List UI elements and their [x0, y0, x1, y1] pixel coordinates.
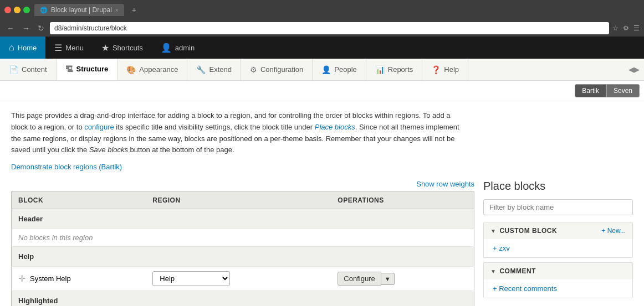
section-title-highlighted: Highlighted: [12, 291, 474, 306]
place-blocks-link[interactable]: Place blocks: [315, 123, 355, 131]
home-nav-item[interactable]: ⌂ Home: [0, 37, 45, 59]
custom-block-label: CUSTOM BLOCK: [499, 227, 557, 235]
custom-block-new-link[interactable]: + New...: [601, 227, 626, 235]
block-region-cell: Help: [146, 267, 331, 291]
home-label: Home: [18, 44, 37, 52]
column-region: REGION: [146, 192, 331, 209]
filter-input[interactable]: [483, 199, 633, 215]
custom-block-category: ▼ CUSTOM BLOCK + New... + zxv: [483, 222, 633, 258]
admin-label: admin: [175, 44, 195, 52]
extend-icon: 🔧: [196, 65, 206, 74]
block-name-cell: ✛ System Help: [12, 267, 146, 291]
tab-bartik[interactable]: Bartik: [575, 84, 606, 97]
admin-nav-item[interactable]: 👤 admin: [152, 37, 203, 59]
no-blocks-message: No blocks in this region: [12, 229, 474, 247]
minimize-dot[interactable]: [14, 7, 21, 13]
people-label: People: [334, 65, 356, 74]
reload-button[interactable]: ↻: [35, 23, 47, 34]
category-header-left-comment: ▼ COMMENT: [490, 267, 536, 275]
sidebar-item-help[interactable]: ❓ Help: [422, 59, 468, 80]
nav-arrows: ◀▶: [624, 59, 644, 80]
section-title-header: Header: [12, 209, 474, 229]
content-label: Content: [22, 65, 47, 74]
table-body: Header No blocks in this region Help ✛: [12, 209, 474, 306]
configuration-label: Configuration: [260, 65, 303, 74]
table-header-row: BLOCK REGION OPERATIONS: [12, 192, 474, 209]
address-input[interactable]: [50, 22, 609, 34]
configure-button-group: Configure ▼: [338, 272, 467, 286]
configure-link[interactable]: configure: [84, 123, 114, 131]
sidebar-item-content[interactable]: 📄 Content: [0, 59, 57, 80]
home-icon: ⌂: [9, 43, 14, 53]
section-title-help: Help: [12, 247, 474, 267]
column-block: BLOCK: [12, 192, 146, 209]
main-content: This page provides a drag-and-drop inter…: [0, 101, 644, 306]
sidebar-item-structure[interactable]: 🏗 Structure: [57, 59, 118, 80]
comment-category-header[interactable]: ▼ COMMENT: [484, 263, 632, 279]
block-name-label: System Help: [30, 274, 71, 283]
demo-link[interactable]: Demonstrate block regions (Bartik): [11, 163, 122, 171]
help-label: Help: [444, 65, 459, 74]
configure-button[interactable]: Configure: [338, 272, 381, 286]
sidebar-item-appearance[interactable]: 🎨 Appearance: [117, 59, 187, 80]
maximize-dot[interactable]: [23, 7, 30, 13]
region-select[interactable]: Help: [152, 271, 230, 286]
block-operations-cell: Configure ▼: [331, 267, 474, 291]
tab-close-icon[interactable]: ×: [115, 7, 119, 13]
browser-tab[interactable]: 🌐 Block layout | Drupal ×: [34, 4, 124, 16]
zxv-block-link[interactable]: + zxv: [493, 244, 510, 252]
configure-dropdown-button[interactable]: ▼: [381, 273, 395, 285]
comment-items: + Recent comments: [484, 279, 632, 298]
sidebar-item-configuration[interactable]: ⚙ Configuration: [241, 59, 313, 80]
shortcuts-nav-item[interactable]: ★ Shortcuts: [93, 37, 152, 59]
admin-toolbar: ⌂ Home ☰ Menu ★ Shortcuts 👤 admin: [0, 37, 644, 59]
help-icon: ❓: [431, 65, 441, 74]
table-area: Show row weights BLOCK REGION OPERATIONS…: [11, 180, 474, 306]
reports-icon: 📊: [375, 65, 385, 74]
table-row: No blocks in this region: [12, 229, 474, 247]
extensions-icon[interactable]: ⚙: [623, 24, 629, 32]
show-row-weights-container: Show row weights: [11, 180, 474, 188]
new-tab-button[interactable]: +: [129, 3, 140, 17]
theme-tabs-row: Bartik Seven: [0, 81, 644, 101]
table-row: Header: [12, 209, 474, 229]
list-item: + Recent comments: [484, 282, 632, 295]
recent-comments-link[interactable]: + Recent comments: [493, 284, 557, 293]
block-table: BLOCK REGION OPERATIONS Header No blocks…: [11, 191, 474, 306]
content-icon: 📄: [9, 65, 18, 74]
address-bar-row: ← → ↻ ☆ ⚙ ☰: [0, 20, 644, 37]
structure-label: Structure: [76, 65, 109, 73]
menu-icon[interactable]: ☰: [633, 24, 640, 32]
show-row-weights-link[interactable]: Show row weights: [416, 180, 474, 188]
tab-favicon: 🌐: [40, 7, 48, 14]
browser-toolbar-icons: ☆ ⚙ ☰: [612, 24, 640, 32]
bookmark-icon[interactable]: ☆: [612, 24, 619, 32]
sidebar-item-extend[interactable]: 🔧 Extend: [187, 59, 241, 80]
people-icon: 👤: [321, 65, 331, 74]
browser-dots: [4, 7, 30, 13]
table-row: Highlighted: [12, 291, 474, 306]
close-dot[interactable]: [4, 7, 11, 13]
comment-category: ▼ COMMENT + Recent comments: [483, 262, 633, 298]
chevron-down-icon-comment: ▼: [490, 268, 496, 274]
nav-spacer: [468, 59, 624, 80]
forward-button[interactable]: →: [20, 23, 32, 34]
back-button[interactable]: ←: [4, 23, 17, 34]
drag-handle-icon[interactable]: ✛: [18, 273, 25, 284]
place-blocks-sidebar: Place blocks ▼ CUSTOM BLOCK + New... + z…: [483, 180, 633, 303]
sidebar-title: Place blocks: [483, 180, 633, 193]
chevron-down-icon: ▼: [490, 228, 496, 234]
browser-chrome: 🌐 Block layout | Drupal × +: [0, 0, 644, 20]
tab-seven[interactable]: Seven: [606, 84, 640, 97]
user-icon: 👤: [161, 43, 172, 53]
appearance-icon: 🎨: [126, 65, 136, 74]
table-header: BLOCK REGION OPERATIONS: [12, 192, 474, 209]
config-icon: ⚙: [250, 65, 257, 74]
custom-block-category-header[interactable]: ▼ CUSTOM BLOCK + New...: [484, 222, 632, 239]
structure-icon: 🏗: [65, 65, 73, 74]
sidebar-item-people[interactable]: 👤 People: [313, 59, 366, 80]
category-header-left: ▼ CUSTOM BLOCK: [490, 227, 557, 235]
menu-nav-item[interactable]: ☰ Menu: [45, 37, 93, 59]
sidebar-item-reports[interactable]: 📊 Reports: [366, 59, 423, 80]
table-row: ✛ System Help Help Configure: [12, 267, 474, 291]
